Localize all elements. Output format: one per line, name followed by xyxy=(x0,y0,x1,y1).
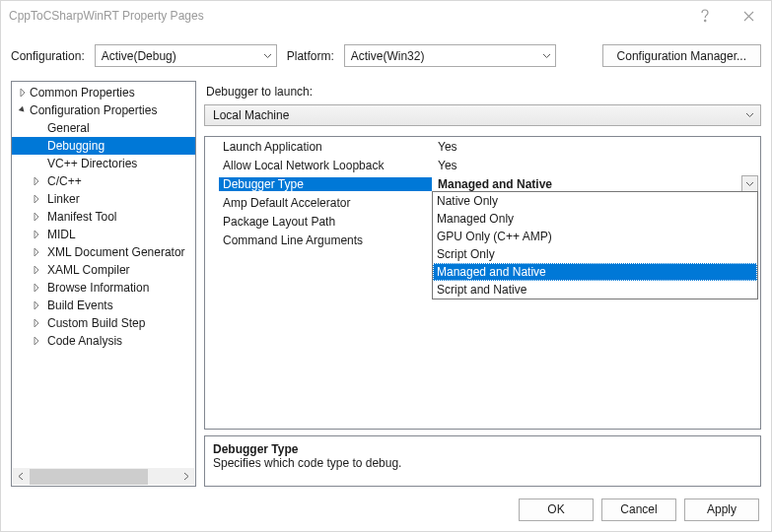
platform-dropdown[interactable]: Active(Win32) xyxy=(344,44,556,67)
property-name: Package Layout Path xyxy=(219,215,432,229)
tree-item-label: Custom Build Step xyxy=(43,316,145,330)
tree-twist-closed-icon[interactable] xyxy=(30,247,43,257)
tree-item-label: C/C++ xyxy=(43,174,82,188)
property-name: Debugger Type xyxy=(219,177,432,191)
description-title: Debugger Type xyxy=(213,442,752,456)
close-icon xyxy=(743,11,754,22)
dropdown-option[interactable]: Managed Only xyxy=(433,210,757,228)
tree-item[interactable]: Linker xyxy=(12,190,195,208)
tree-item[interactable]: C/C++ xyxy=(12,172,195,190)
tree-item-label: Configuration Properties xyxy=(30,103,157,117)
tree-item[interactable]: XAML Compiler xyxy=(12,261,195,279)
scroll-right-arrow[interactable] xyxy=(177,468,194,485)
tree-item[interactable]: Debugging xyxy=(12,137,195,155)
tree-item-label: General xyxy=(30,121,90,135)
tree-item[interactable]: General xyxy=(12,119,195,137)
configuration-label: Configuration: xyxy=(11,49,85,63)
tree-item[interactable]: Manifest Tool xyxy=(12,208,195,226)
svg-point-0 xyxy=(704,20,706,22)
tree-twist-closed-icon[interactable] xyxy=(30,336,43,346)
tree-twist-closed-icon[interactable] xyxy=(30,300,43,310)
tree-item[interactable]: Custom Build Step xyxy=(12,314,195,332)
tree-twist-closed-icon[interactable] xyxy=(30,265,43,275)
debugger-launch-value: Local Machine xyxy=(213,108,289,122)
tree-item[interactable]: VC++ Directories xyxy=(12,155,195,172)
chevron-down-icon xyxy=(542,53,551,59)
dropdown-option[interactable]: Script and Native xyxy=(433,281,757,299)
tree-twist-closed-icon[interactable] xyxy=(30,194,43,204)
tree-item-label: Common Properties xyxy=(30,86,135,100)
cancel-label: Cancel xyxy=(620,502,657,516)
tree-item-label: Code Analysis xyxy=(43,334,122,348)
tree-item[interactable]: Browse Information xyxy=(12,279,195,297)
platform-label: Platform: xyxy=(287,49,334,63)
apply-button[interactable]: Apply xyxy=(684,499,759,521)
title-bar: CppToCSharpWinRT Property Pages xyxy=(1,1,771,31)
property-value[interactable]: Yes xyxy=(432,159,760,172)
dropdown-option[interactable]: Script Only xyxy=(433,245,757,263)
tree-item-label: Build Events xyxy=(43,299,113,312)
property-grid: Launch ApplicationYesAllow Local Network… xyxy=(204,136,761,430)
platform-value: Active(Win32) xyxy=(351,49,425,63)
configuration-value: Active(Debug) xyxy=(102,49,176,63)
dialog-footer: OK Cancel Apply xyxy=(1,488,771,531)
tree-item[interactable]: Configuration Properties xyxy=(12,101,195,119)
tree-item[interactable]: Code Analysis xyxy=(12,332,195,350)
scroll-thumb[interactable] xyxy=(30,469,148,485)
debugger-launch-dropdown[interactable]: Local Machine xyxy=(204,104,761,126)
tree-twist-closed-icon[interactable] xyxy=(30,212,43,222)
tree-twist-closed-icon[interactable] xyxy=(30,318,43,328)
property-row[interactable]: Launch ApplicationYes xyxy=(219,137,760,156)
tree-twist-closed-icon[interactable] xyxy=(16,88,30,98)
configuration-manager-label: Configuration Manager... xyxy=(617,49,746,63)
debugger-type-options-list[interactable]: Native OnlyManaged OnlyGPU Only (C++ AMP… xyxy=(432,191,758,299)
configuration-manager-button[interactable]: Configuration Manager... xyxy=(602,44,761,67)
property-name: Launch Application xyxy=(219,140,432,154)
property-name: Amp Default Accelerator xyxy=(219,196,432,210)
dropdown-option[interactable]: GPU Only (C++ AMP) xyxy=(433,228,757,245)
cancel-button[interactable]: Cancel xyxy=(601,499,676,521)
help-button[interactable] xyxy=(682,1,727,31)
tree-item[interactable]: XML Document Generator xyxy=(12,243,195,261)
property-row[interactable]: Allow Local Network LoopbackYes xyxy=(219,156,760,174)
debugger-launch-label: Debugger to launch: xyxy=(206,85,761,99)
chevron-down-icon xyxy=(263,53,272,59)
tree-twist-closed-icon[interactable] xyxy=(30,283,43,293)
apply-label: Apply xyxy=(707,502,737,516)
description-text: Specifies which code type to debug. xyxy=(213,456,752,470)
tree-twist-closed-icon[interactable] xyxy=(30,176,43,186)
property-value[interactable]: Managed and Native xyxy=(432,177,760,191)
horizontal-scrollbar[interactable] xyxy=(13,468,194,485)
chevron-down-icon xyxy=(745,181,754,187)
nav-tree: Common PropertiesConfiguration Propertie… xyxy=(11,81,196,487)
tree-twist-open-icon[interactable] xyxy=(16,105,30,115)
tree-item-label: VC++ Directories xyxy=(30,157,137,170)
help-icon xyxy=(700,9,710,23)
dropdown-option[interactable]: Native Only xyxy=(433,192,757,210)
property-name: Command Line Arguments xyxy=(219,233,432,247)
configuration-toolbar: Configuration: Active(Debug) Platform: A… xyxy=(1,31,771,81)
description-panel: Debugger Type Specifies which code type … xyxy=(204,435,761,487)
scroll-left-arrow[interactable] xyxy=(13,468,30,485)
tree-item[interactable]: MIDL xyxy=(12,226,195,243)
property-value[interactable]: Yes xyxy=(432,140,760,154)
tree-item[interactable]: Common Properties xyxy=(12,84,195,101)
tree-item-label: Linker xyxy=(43,192,80,206)
property-name: Allow Local Network Loopback xyxy=(219,159,432,172)
dropdown-option[interactable]: Managed and Native xyxy=(433,263,757,281)
tree-twist-closed-icon[interactable] xyxy=(30,230,43,239)
tree-item-label: Browse Information xyxy=(43,281,149,295)
window-title: CppToCSharpWinRT Property Pages xyxy=(9,9,682,23)
close-button[interactable] xyxy=(727,1,771,31)
ok-label: OK xyxy=(547,502,564,516)
property-dropdown-button[interactable] xyxy=(741,175,758,192)
ok-button[interactable]: OK xyxy=(519,499,594,521)
main-area: Common PropertiesConfiguration Propertie… xyxy=(1,81,771,487)
tree-item-label: XAML Compiler xyxy=(43,263,130,277)
tree-item-label: Manifest Tool xyxy=(43,210,116,224)
tree-item[interactable]: Build Events xyxy=(12,297,195,314)
tree-item-label: Debugging xyxy=(30,139,105,153)
content-column: Debugger to launch: Local Machine Launch… xyxy=(204,81,761,487)
configuration-dropdown[interactable]: Active(Debug) xyxy=(95,44,277,67)
tree-item-label: MIDL xyxy=(43,228,76,241)
